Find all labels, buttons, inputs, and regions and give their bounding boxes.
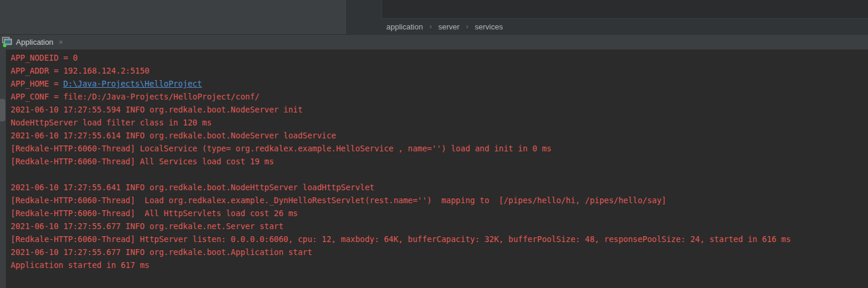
console-text: APP_CONF = file:/D:/Java-Projects/HelloP… [11, 92, 260, 101]
console-line: [Redkale-HTTP:6060-Thread] LocalService … [11, 142, 791, 155]
breadcrumb-item-server[interactable]: server [438, 22, 459, 31]
console-line: 2021-06-10 17:27:55.594 INFO org.redkale… [11, 103, 791, 116]
run-toolwindow-tabbar: Application × [0, 34, 868, 49]
console-line [11, 168, 791, 181]
console-output: APP_NODEID = 0APP_ADDR = 192.168.124.2:5… [11, 51, 791, 272]
console-text: 2021-06-10 17:27:55.677 INFO org.redkale… [11, 221, 283, 231]
console-line: APP_HOME = D:\Java-Projects\HelloProject [11, 77, 791, 90]
breadcrumb-item-application[interactable]: application [386, 22, 423, 31]
tab-application-label: Application [16, 38, 54, 47]
console-text: 2021-06-10 17:27:55.594 INFO org.redkale… [11, 105, 303, 114]
console-text: [Redkale-HTTP:6060-Thread] HttpServer li… [11, 234, 791, 244]
console-text: 2021-06-10 17:27:55.677 INFO org.redkale… [11, 247, 312, 257]
console-line: 2021-06-10 17:27:55.677 INFO org.redkale… [11, 220, 791, 233]
console-file-link[interactable]: D:\Java-Projects\HelloProject [63, 79, 202, 88]
console-line: APP_NODEID = 0 [11, 51, 791, 64]
console-line: 2021-06-10 17:27:55.614 INFO org.redkale… [11, 129, 791, 142]
console-text: 2021-06-10 17:27:55.641 INFO org.redkale… [11, 183, 375, 192]
console-text: APP_NODEID = 0 [11, 53, 78, 62]
console-text: [Redkale-HTTP:6060-Thread] Load org.redk… [11, 196, 667, 205]
header-strip: application›server›services [0, 0, 868, 34]
console-gutter [0, 49, 6, 288]
console-text: APP_HOME = [11, 79, 63, 88]
console-line: Application started in 617 ms [11, 259, 791, 272]
ide-window: application›server›services Application … [0, 0, 868, 288]
breadcrumb-separator-icon: › [466, 22, 468, 31]
vertical-scrollbar-thumb[interactable] [0, 99, 5, 121]
tab-close-icon[interactable]: × [59, 38, 64, 46]
editor-secondary-pane [382, 0, 868, 19]
console-text: [Redkale-HTTP:6060-Thread] All HttpServl… [11, 208, 298, 218]
breadcrumb: application›server›services [386, 19, 503, 34]
console-line: APP_CONF = file:/D:/Java-Projects/HelloP… [11, 90, 791, 103]
console-text: 2021-06-10 17:27:55.614 INFO org.redkale… [11, 131, 336, 140]
console-text: APP_ADDR = 192.168.124.2:5150 [11, 66, 150, 75]
console-line: [Redkale-HTTP:6060-Thread] HttpServer li… [11, 233, 791, 246]
console-line: [Redkale-HTTP:6060-Thread] All Services … [11, 155, 791, 168]
editor-area[interactable] [0, 0, 347, 34]
console-text: Application started in 617 ms [11, 260, 150, 270]
console-panel: APP_NODEID = 0APP_ADDR = 192.168.124.2:5… [0, 49, 868, 288]
tab-application[interactable]: Application × [0, 35, 68, 49]
console-line: [Redkale-HTTP:6060-Thread] Load org.redk… [11, 194, 791, 207]
console-line: 2021-06-10 17:27:55.641 INFO org.redkale… [11, 181, 791, 194]
console-line: [Redkale-HTTP:6060-Thread] All HttpServl… [11, 207, 791, 220]
run-console-icon [2, 37, 13, 48]
console-line: APP_ADDR = 192.168.124.2:5150 [11, 64, 791, 77]
breadcrumb-separator-icon: › [429, 22, 432, 31]
console-text: [Redkale-HTTP:6060-Thread] All Services … [11, 157, 274, 166]
breadcrumb-item-services[interactable]: services [475, 22, 503, 31]
console-line: NodeHttpServer load filter class in 120 … [11, 116, 791, 129]
console-text: NodeHttpServer load filter class in 120 … [11, 118, 211, 127]
console-line: 2021-06-10 17:27:55.677 INFO org.redkale… [11, 246, 791, 259]
console-text: [Redkale-HTTP:6060-Thread] LocalService … [11, 144, 551, 153]
